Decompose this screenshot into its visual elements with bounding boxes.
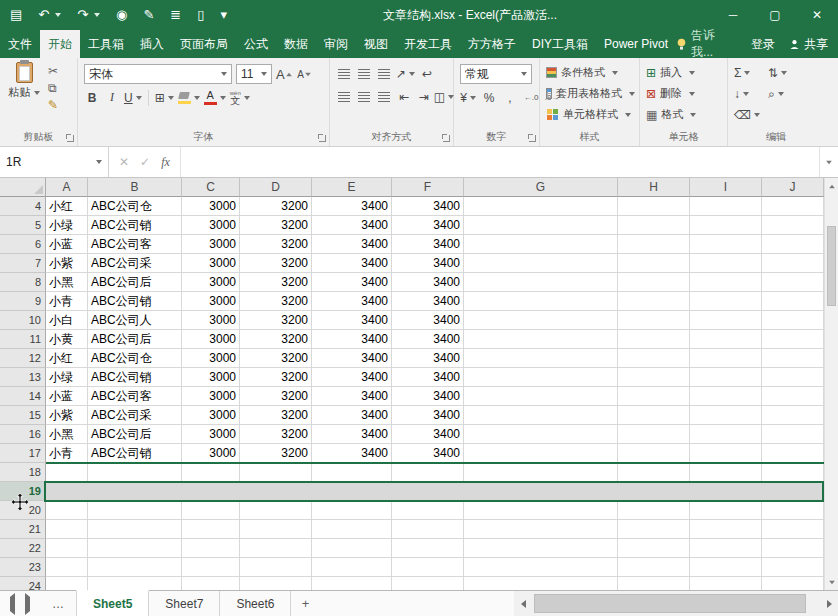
- cell-B17[interactable]: ABC公司销: [88, 444, 182, 463]
- cell-C15[interactable]: 3000: [182, 406, 240, 425]
- cell-F20[interactable]: [392, 501, 464, 520]
- cell-H22[interactable]: [618, 539, 690, 558]
- cell-G4[interactable]: [464, 197, 618, 216]
- cell-A14[interactable]: 小蓝: [46, 387, 88, 406]
- cell-C19[interactable]: [182, 482, 240, 501]
- cell-F14[interactable]: 3400: [392, 387, 464, 406]
- cell-H21[interactable]: [618, 520, 690, 539]
- cell-A16[interactable]: 小黑: [46, 425, 88, 444]
- sort-filter-button[interactable]: ⇅: [768, 64, 787, 81]
- sheet-ellipsis-button[interactable]: …: [40, 591, 76, 616]
- cell-E16[interactable]: 3400: [312, 425, 392, 444]
- cell-H23[interactable]: [618, 558, 690, 577]
- cell-H6[interactable]: [618, 235, 690, 254]
- cell-A4[interactable]: 小红: [46, 197, 88, 216]
- ribbon-tab-审阅[interactable]: 审阅: [316, 30, 356, 58]
- ribbon-tab-开发工具[interactable]: 开发工具: [396, 30, 460, 58]
- cell-B9[interactable]: ABC公司销: [88, 292, 182, 311]
- cell-A22[interactable]: [46, 539, 88, 558]
- cell-G23[interactable]: [464, 558, 618, 577]
- cell-J13[interactable]: [762, 368, 824, 387]
- row-header-8[interactable]: 8: [0, 273, 46, 292]
- cell-J10[interactable]: [762, 311, 824, 330]
- cell-A19[interactable]: [46, 482, 88, 501]
- cell-I13[interactable]: [690, 368, 762, 387]
- find-select-button[interactable]: ⌕: [768, 85, 787, 102]
- cell-J12[interactable]: [762, 349, 824, 368]
- cell-B6[interactable]: ABC公司客: [88, 235, 182, 254]
- cell-D22[interactable]: [240, 539, 312, 558]
- cell-J16[interactable]: [762, 425, 824, 444]
- cell-C23[interactable]: [182, 558, 240, 577]
- cell-H11[interactable]: [618, 330, 690, 349]
- cell-F8[interactable]: 3400: [392, 273, 464, 292]
- align-right-button[interactable]: [376, 87, 392, 106]
- cell-J8[interactable]: [762, 273, 824, 292]
- ribbon-tab-工具箱[interactable]: 工具箱: [80, 30, 132, 58]
- cell-G18[interactable]: [464, 463, 618, 482]
- font-size-select[interactable]: 11: [236, 64, 272, 84]
- cell-H15[interactable]: [618, 406, 690, 425]
- cell-D15[interactable]: 3200: [240, 406, 312, 425]
- borders-button[interactable]: ⊞: [155, 88, 174, 107]
- cell-F6[interactable]: 3400: [392, 235, 464, 254]
- cell-H7[interactable]: [618, 254, 690, 273]
- cell-B18[interactable]: [88, 463, 182, 482]
- cell-I9[interactable]: [690, 292, 762, 311]
- cell-B24[interactable]: [88, 577, 182, 590]
- cell-A10[interactable]: 小白: [46, 311, 88, 330]
- row-header-10[interactable]: 10: [0, 311, 46, 330]
- share-button[interactable]: 共享: [789, 36, 828, 53]
- cell-H4[interactable]: [618, 197, 690, 216]
- row-header-16[interactable]: 16: [0, 425, 46, 444]
- cell-H9[interactable]: [618, 292, 690, 311]
- sign-in-button[interactable]: 登录: [751, 36, 775, 53]
- cell-D9[interactable]: 3200: [240, 292, 312, 311]
- align-left-button[interactable]: [336, 87, 352, 106]
- decrease-indent-button[interactable]: ⇤: [396, 87, 412, 106]
- cancel-button[interactable]: ✕: [119, 155, 129, 169]
- cell-J22[interactable]: [762, 539, 824, 558]
- insert-cells-button[interactable]: ⊞插入: [646, 62, 723, 83]
- tab-file[interactable]: 文件: [0, 30, 40, 58]
- column-header-C[interactable]: C: [182, 178, 240, 197]
- cell-I18[interactable]: [690, 463, 762, 482]
- format-painter-button[interactable]: ✎: [48, 98, 58, 112]
- cell-G10[interactable]: [464, 311, 618, 330]
- cell-I19[interactable]: [690, 482, 762, 501]
- increase-font-button[interactable]: A: [276, 65, 293, 84]
- cell-G21[interactable]: [464, 520, 618, 539]
- cell-F11[interactable]: 3400: [392, 330, 464, 349]
- row-header-23[interactable]: 23: [0, 558, 46, 577]
- cell-I15[interactable]: [690, 406, 762, 425]
- cell-C11[interactable]: 3000: [182, 330, 240, 349]
- scroll-left-button[interactable]: [514, 600, 532, 608]
- cell-C10[interactable]: 3000: [182, 311, 240, 330]
- cell-E4[interactable]: 3400: [312, 197, 392, 216]
- row-header-22[interactable]: 22: [0, 539, 46, 558]
- cell-B19[interactable]: [88, 482, 182, 501]
- font-dialog-launcher[interactable]: [318, 134, 326, 142]
- cell-G6[interactable]: [464, 235, 618, 254]
- cell-J23[interactable]: [762, 558, 824, 577]
- cell-E24[interactable]: [312, 577, 392, 590]
- phonetic-guide-button[interactable]: wén文: [230, 88, 250, 107]
- name-box[interactable]: 1R: [0, 147, 109, 177]
- cell-F23[interactable]: [392, 558, 464, 577]
- cell-D16[interactable]: 3200: [240, 425, 312, 444]
- decrease-font-button[interactable]: A: [297, 65, 313, 84]
- cell-D24[interactable]: [240, 577, 312, 590]
- cell-H20[interactable]: [618, 501, 690, 520]
- cell-B16[interactable]: ABC公司后: [88, 425, 182, 444]
- underline-button[interactable]: U: [124, 88, 142, 107]
- percent-style-button[interactable]: %: [481, 88, 497, 107]
- column-header-D[interactable]: D: [240, 178, 312, 197]
- sheet-tab-Sheet7[interactable]: Sheet7: [149, 591, 220, 616]
- cell-B21[interactable]: [88, 520, 182, 539]
- cell-I21[interactable]: [690, 520, 762, 539]
- cell-E9[interactable]: 3400: [312, 292, 392, 311]
- column-header-A[interactable]: A: [46, 178, 88, 197]
- cell-H14[interactable]: [618, 387, 690, 406]
- cell-C7[interactable]: 3000: [182, 254, 240, 273]
- redo-icon[interactable]: ↷: [77, 0, 88, 30]
